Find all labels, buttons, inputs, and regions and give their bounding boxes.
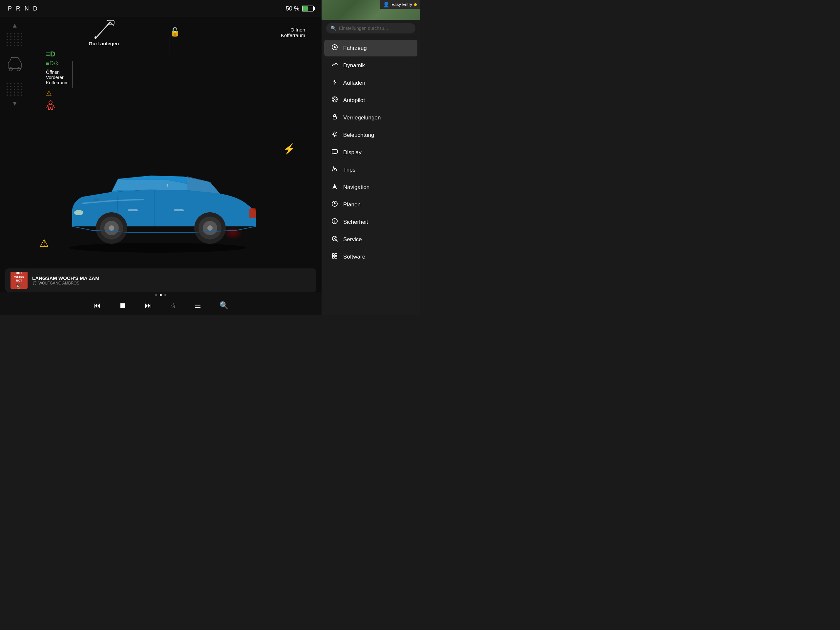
beleuchtung-label: Beleuchtung	[343, 132, 374, 139]
music-info: LANGSAM WOCH'S MA ZAM 🎵 WOLFGANG AMBROS	[32, 275, 311, 286]
menu-item-aufladen[interactable]: Aufladen	[324, 74, 417, 91]
planen-label: Planen	[343, 202, 361, 208]
svg-rect-22	[249, 208, 256, 218]
trips-label: Trips	[343, 167, 355, 173]
battery-fill	[303, 6, 308, 11]
svg-rect-42	[332, 150, 337, 153]
planen-icon	[331, 201, 339, 209]
favorite-button[interactable]: ☆	[168, 299, 179, 312]
prnd-display: P R N D	[8, 5, 39, 12]
easy-entry-badge[interactable]: 👤 Easy Entry	[380, 0, 420, 9]
dot-grid-bottom	[6, 83, 23, 96]
menu-item-planen[interactable]: Planen	[324, 196, 417, 213]
artist-name: WOLFGANG AMBROS	[38, 281, 79, 286]
album-art: ROT WEISS ROT 🦅	[11, 272, 28, 289]
album-line1: ROT	[16, 272, 22, 275]
battery-percent: 50 %	[286, 5, 299, 12]
svg-rect-53	[332, 254, 334, 256]
fahrzeug-icon	[331, 44, 339, 52]
easy-entry-dot	[414, 3, 417, 6]
battery-area: 50 %	[286, 5, 314, 12]
svg-point-31	[334, 99, 335, 100]
svg-line-9	[47, 105, 48, 107]
svg-line-8	[53, 105, 54, 107]
svg-rect-24	[128, 209, 138, 211]
frunk-open-label[interactable]: Öffnen Vorderer Kofferraum	[46, 69, 69, 85]
track-title: LANGSAM WOCH'S MA ZAM	[32, 275, 311, 281]
svg-marker-44	[332, 184, 337, 189]
trunk-text-1: Öffnen	[281, 27, 305, 33]
profile-icon: 👤	[383, 1, 390, 8]
sicherheit-label: Sicherheit	[343, 219, 368, 226]
svg-rect-55	[332, 256, 334, 258]
svg-point-1	[9, 68, 13, 71]
page-dot-3	[164, 294, 166, 296]
warning-triangle-icon: ⚠	[39, 237, 49, 249]
verriegelungen-label: Verriegelungen	[343, 115, 381, 121]
sicherheit-icon: i	[331, 218, 339, 226]
connector-line-trunk	[170, 35, 170, 55]
menu-item-dynamik[interactable]: Dynamik	[324, 57, 417, 74]
svg-rect-32	[333, 117, 336, 119]
frunk-text-2: Vorderer	[46, 75, 69, 80]
search-button[interactable]: 🔍	[217, 298, 231, 313]
menu-item-autopilot[interactable]: Autopilot	[324, 92, 417, 109]
dot-grid-top	[6, 33, 23, 46]
menu-item-display[interactable]: Display	[324, 144, 417, 161]
search-placeholder: Einstellungen durchsu...	[339, 25, 388, 31]
next-button[interactable]: ⏭	[142, 298, 155, 313]
trips-icon	[331, 166, 339, 174]
fahrzeug-label: Fahrzeug	[343, 45, 367, 52]
frunk-light-icon: ≡D⊙	[46, 60, 59, 67]
track-artist: 🎵 WOLFGANG AMBROS	[32, 281, 311, 286]
svg-line-39	[336, 136, 336, 136]
lock-icon: 🔓	[170, 27, 180, 37]
eq-button[interactable]: ⚌	[192, 298, 204, 313]
car-visualization-area: Gurt anlegen ≡D ≡D⊙ Öffnen Vorderer Koff…	[30, 17, 322, 269]
car-side-outline	[7, 52, 23, 77]
verriegelungen-icon	[331, 114, 339, 122]
search-input-container[interactable]: 🔍 Einstellungen durchsu...	[326, 23, 415, 33]
person-icon-container	[46, 100, 69, 112]
svg-line-38	[333, 132, 333, 133]
display-label: Display	[343, 149, 362, 156]
easy-entry-label: Easy Entry	[392, 2, 412, 7]
trunk-label[interactable]: Öffnen Kofferraum	[281, 27, 305, 38]
svg-text:T: T	[166, 183, 169, 188]
frunk-warning: ⚠	[46, 89, 69, 97]
menu-item-trips[interactable]: Trips	[324, 161, 417, 178]
trunk-text-2: Kofferraum	[281, 33, 305, 38]
battery-icon	[302, 6, 314, 11]
svg-text:i: i	[334, 219, 335, 224]
music-bar: ROT WEISS ROT 🦅 LANGSAM WOCH'S MA ZAM 🎵 …	[5, 268, 316, 292]
autopilot-label: Autopilot	[343, 97, 365, 104]
service-icon	[331, 235, 339, 243]
tesla-screen: P R N D 50 % ▲	[0, 0, 322, 315]
album-line3: ROT	[16, 279, 22, 283]
menu-item-navigation[interactable]: Navigation	[324, 179, 417, 196]
menu-item-fahrzeug[interactable]: Fahrzeug	[324, 40, 417, 57]
lock-icon-container: 🔓	[170, 27, 180, 37]
seatbelt-warning: Gurt anlegen	[88, 21, 119, 46]
menu-item-beleuchtung[interactable]: Beleuchtung	[324, 127, 417, 144]
brake-light-glow	[223, 226, 243, 240]
prev-button[interactable]: ⏮	[91, 298, 103, 313]
menu-item-sicherheit[interactable]: iSicherheit	[324, 214, 417, 231]
aufladen-label: Aufladen	[343, 80, 365, 86]
stop-button[interactable]: ⏹	[117, 298, 129, 313]
svg-point-10	[69, 243, 246, 253]
beleuchtung-icon	[331, 131, 339, 139]
menu-item-service[interactable]: Service	[324, 231, 417, 248]
software-label: Software	[343, 254, 365, 260]
autopilot-icon	[331, 96, 339, 104]
svg-rect-25	[174, 209, 184, 211]
svg-marker-28	[333, 79, 336, 85]
menu-item-software[interactable]: Software	[324, 248, 417, 265]
menu-item-verriegelungen[interactable]: Verriegelungen	[324, 109, 417, 126]
settings-menu: FahrzeugDynamikAufladenAutopilotVerriege…	[322, 37, 420, 315]
dynamik-label: Dynamik	[343, 62, 365, 69]
dynamik-icon	[331, 62, 339, 69]
seatbelt-text: Gurt anlegen	[88, 41, 119, 46]
seatbelt-person-icon	[46, 100, 55, 111]
warning-triangle-bottom: ⚠	[39, 237, 49, 249]
